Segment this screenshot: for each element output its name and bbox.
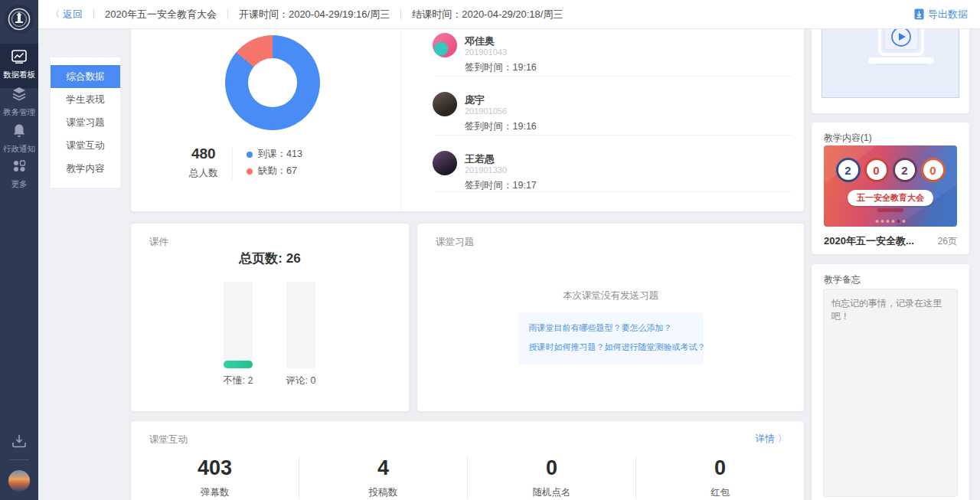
back-button[interactable]: 〈 返回 [51,8,83,21]
student-id: 201901330 [465,165,507,175]
interaction-title: 课堂互动 [149,433,188,446]
exercise-title: 课堂习题 [436,236,474,249]
user-avatar[interactable] [8,470,30,492]
bar-track-unclear [224,282,253,368]
menu-item-overview[interactable]: 综合数据 [51,65,120,88]
stat-label: 弹幕数 [131,486,299,499]
student-name: 邓佳奥 [465,34,495,48]
grid-icon [12,159,26,173]
stat-red-packet: 0 红包 [635,456,804,499]
help-link-question-types[interactable]: 雨课堂目前有哪些题型？要怎么添加？ [529,319,704,338]
sidebar-item-label: 行政通知 [0,144,38,155]
download-button[interactable] [0,433,38,451]
student-avatar [433,92,457,116]
detail-label: 详情 [756,433,775,446]
lesson-end-time: 结课时间：2020-04-29/20:18/周三 [412,8,563,21]
chevron-left-icon: 〈 [51,8,60,21]
legend-dot-absent [247,168,253,175]
legend-present: 到课：413 [247,148,302,161]
memo-input[interactable] [823,289,958,497]
sidebar-item-more[interactable]: 更多 [0,159,38,190]
student-id: 201901043 [465,47,507,57]
university-logo-icon [8,8,31,31]
chart-icon [11,50,27,64]
donut-hole [248,58,297,107]
sidebar-item-label: 数据看板 [0,70,38,80]
menu-item-exercises[interactable]: 课堂习题 [51,111,120,134]
teaching-memo-card: 教学备忘 [812,264,969,500]
playback-card [812,29,969,113]
download-tray-icon [11,433,27,448]
stat-label: 红包 [636,486,804,499]
back-label: 返回 [63,8,83,21]
legend-dot-present [247,152,253,158]
content-item-row[interactable]: 2020年五一安全教... 26页 [824,234,957,248]
bar-fill-unclear [224,361,253,368]
stat-value: 4 [299,456,467,480]
export-label: 导出数据 [928,8,968,21]
laptop-play-illustration [859,29,943,71]
chevron-right-icon: 〉 [778,433,788,446]
sidebar-item-label: 教务管理 [0,107,38,118]
stat-submissions: 4 投稿数 [299,456,467,499]
student-id: 201901056 [465,106,507,116]
sidebar-item-notice[interactable]: 行政通知 [0,123,38,155]
stat-random-call: 0 随机点名 [467,456,635,499]
student-name: 王若愚 [465,152,495,166]
content-item-pages: 26页 [938,235,957,248]
stat-value: 0 [636,456,804,480]
content-item-name: 2020年五一安全教... [824,234,914,248]
menu-item-content[interactable]: 教学内容 [51,157,120,180]
menu-item-students[interactable]: 学生表现 [51,88,120,111]
year-digit: 0 [867,160,887,180]
sidebar-divider [9,459,29,460]
bar-label-comments: 评论: 0 [263,374,339,387]
section-menu: 综合数据 学生表现 课堂习题 课堂互动 教学内容 [51,57,120,188]
layers-icon [11,87,27,101]
app-sidebar: 数据看板 教务管理 行政通知 更多 [0,0,38,500]
help-link-push-exercises[interactable]: 授课时如何推习题？如何进行随堂测验或考试？ [529,338,704,357]
menu-item-interaction[interactable]: 课堂互动 [51,134,120,157]
row-divider [435,76,792,77]
stats-divider [232,147,233,179]
sidebar-item-label: 更多 [0,179,38,190]
header-divider [93,9,94,19]
interaction-stats: 403 弹幕数 4 投稿数 0 随机点名 0 红包 [131,456,804,499]
thumb-subtext-decor [877,208,903,212]
student-name: 庞宇 [465,93,485,107]
stat-label: 投稿数 [299,486,467,499]
header-divider [400,9,401,19]
exercise-card: 课堂习题 本次课堂没有发送习题 雨课堂目前有哪些题型？要怎么添加？ 授课时如何推… [417,224,804,411]
teaching-content-title: 教学内容(1) [824,132,872,145]
sidebar-item-dashboard[interactable]: 数据看板 [0,44,38,88]
memo-title: 教学备忘 [824,273,861,286]
stat-label: 随机点名 [468,486,635,499]
lesson-title: 2020年五一安全教育大会 [105,8,217,21]
stat-danmaku: 403 弹幕数 [131,456,299,499]
student-avatar [433,151,457,175]
sidebar-item-academic[interactable]: 教务管理 [0,87,38,118]
student-avatar [433,33,457,57]
student-signin-time: 签到时间：19:16 [465,120,537,133]
legend-absent-text: 缺勤：67 [258,165,297,178]
export-data-button[interactable]: 导出数据 [914,8,968,21]
lesson-start-time: 开课时间：2020-04-29/19:16/周三 [239,8,390,21]
university-logo[interactable] [5,5,34,34]
year-digit: 2 [895,160,915,180]
thumb-year-digits: 2 0 2 0 [824,158,957,182]
legend-absent: 缺勤：67 [247,165,302,178]
interaction-detail-link[interactable]: 详情 〉 [756,433,788,446]
bar-track-comments [286,282,315,368]
courseware-thumbnail[interactable]: 2 0 2 0 五一安全教育大会 [824,145,957,227]
bell-icon [12,123,26,138]
export-file-icon [914,8,924,20]
interaction-card: 课堂互动 详情 〉 403 弹幕数 4 投稿数 0 随机点名 0 红包 [131,421,804,500]
laptop-icon [859,29,943,68]
row-divider [435,191,792,192]
playback-panel[interactable] [822,29,959,98]
card-vertical-divider [400,29,401,211]
thumb-pagination-dots [876,220,906,223]
exercise-tips: 雨课堂目前有哪些题型？要怎么添加？ 授课时如何推习题？如何进行随堂测验或考试？ [518,312,704,364]
student-signin-time: 签到时间：19:16 [465,61,537,74]
year-digit: 0 [923,160,943,180]
